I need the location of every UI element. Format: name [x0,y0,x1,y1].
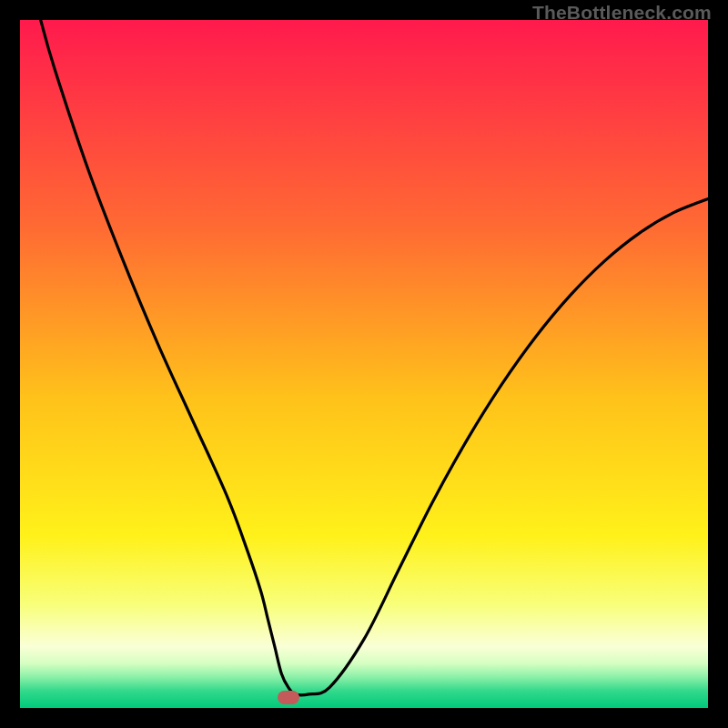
chart-container: TheBottleneck.com [0,0,728,728]
optimal-marker [278,691,299,704]
plot-area [20,20,708,708]
bottleneck-curve [20,20,708,708]
